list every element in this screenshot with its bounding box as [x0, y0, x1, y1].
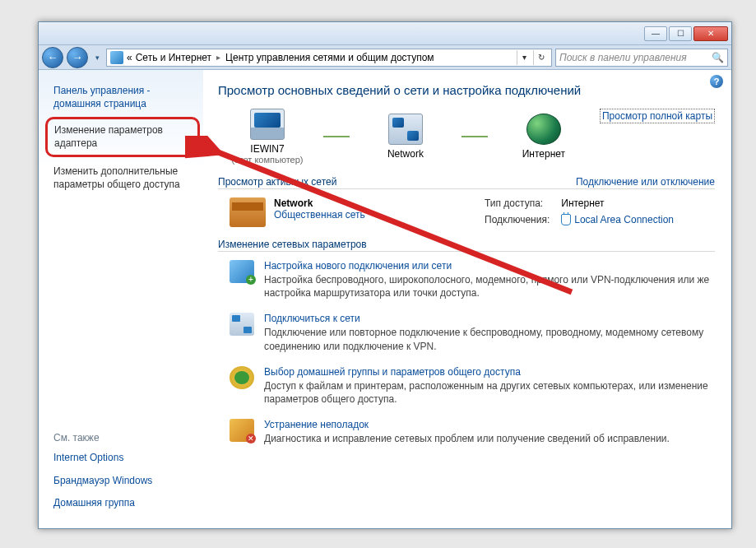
sidebar-item-advanced-sharing[interactable]: Изменить дополнительные параметры общего… [53, 165, 195, 191]
sidebar-item-adapter-settings[interactable]: Изменение параметров адаптера [54, 124, 163, 149]
forward-button[interactable]: → [67, 47, 88, 68]
homegroup-icon [230, 366, 254, 389]
history-dropdown[interactable]: ▾ [91, 50, 103, 65]
help-button[interactable]: ? [710, 75, 723, 88]
window-frame: — ☐ ✕ ← → ▾ « Сеть и Интернет ▸ Центр уп… [38, 21, 732, 529]
breadcrumb-sep: ▸ [216, 53, 220, 62]
map-pc-sub: (этот компьютер) [231, 155, 303, 165]
search-input[interactable]: Поиск в панели управления 🔍 [555, 49, 728, 67]
active-networks-header: Просмотр активных сетей Подключение или … [218, 176, 715, 189]
task-troubleshoot-link[interactable]: Устранение неполадок [264, 419, 670, 430]
section-title: Просмотр активных сетей [218, 176, 336, 188]
task-list: Настройка нового подключения или сети На… [218, 260, 715, 445]
sidebar-item-internet-options[interactable]: Internet Options [53, 452, 195, 465]
search-icon: 🔍 [712, 52, 724, 63]
main-panel: ? Просмотр основных сведений о сети и на… [203, 70, 731, 528]
ethernet-icon [561, 214, 571, 225]
breadcrumb-item[interactable]: Сеть и Интернет [136, 52, 211, 63]
connect-network-icon [230, 313, 254, 336]
forward-icon: → [72, 51, 83, 63]
minimize-icon: — [652, 29, 660, 38]
new-connection-icon [230, 260, 254, 283]
maximize-icon: ☐ [677, 29, 684, 38]
map-pc-name: IEWIN7 [250, 143, 284, 155]
network-identity: Network Общественная сеть [230, 197, 460, 227]
address-dropdown[interactable]: ▾ [517, 50, 531, 65]
location-icon [110, 51, 123, 64]
see-also-header: См. также [53, 432, 195, 444]
map-connector [323, 136, 350, 137]
minimize-button[interactable]: — [644, 26, 667, 41]
task-description: Диагностика и исправление сетевых пробле… [264, 433, 670, 444]
troubleshoot-icon [230, 419, 254, 442]
task-connect-network-link[interactable]: Подключиться к сети [264, 313, 715, 324]
map-node-pc: IEWIN7 (этот компьютер) [218, 109, 317, 165]
search-placeholder: Поиск в панели управления [559, 52, 687, 63]
section-title: Изменение сетевых параметров [218, 239, 367, 250]
map-connector [461, 136, 488, 137]
breadcrumb-prefix: « [127, 52, 132, 63]
navbar: ← → ▾ « Сеть и Интернет ▸ Центр управлен… [39, 45, 731, 70]
refresh-button[interactable]: ↻ [533, 50, 548, 65]
highlight-box: Изменение параметров адаптера [45, 117, 200, 157]
bench-icon [230, 197, 266, 227]
globe-icon [526, 114, 561, 145]
connection-name: Local Area Connection [574, 214, 674, 225]
connections-label: Подключения: [485, 214, 550, 227]
task-item: Устранение неполадок Диагностика и испра… [230, 419, 715, 445]
task-item: Настройка нового подключения или сети На… [230, 260, 715, 300]
breadcrumb-item[interactable]: Центр управления сетями и общим доступом [225, 52, 434, 63]
network-icon [388, 114, 423, 145]
network-name: Network [274, 197, 365, 209]
connect-disconnect-link[interactable]: Подключение или отключение [576, 176, 715, 188]
access-type-value: Интернет [561, 197, 674, 211]
map-internet-label: Интернет [522, 148, 565, 160]
computer-icon [250, 109, 285, 140]
task-description: Подключение или повторное подключение к … [264, 327, 703, 351]
task-setup-connection-link[interactable]: Настройка нового подключения или сети [264, 260, 715, 272]
map-node-network: Network [356, 114, 455, 160]
network-map: IEWIN7 (этот компьютер) Network Интернет… [218, 109, 715, 165]
active-network-row: Network Общественная сеть Тип доступа: И… [218, 197, 715, 227]
address-bar[interactable]: « Сеть и Интернет ▸ Центр управления сет… [106, 49, 552, 67]
back-button[interactable]: ← [42, 47, 63, 68]
chevron-down-icon: ▾ [95, 53, 100, 62]
access-type-label: Тип доступа: [485, 197, 550, 211]
sidebar-item-firewall[interactable]: Брандмауэр Windows [53, 475, 195, 488]
content: Панель управления - домашняя страница Из… [39, 70, 731, 528]
sidebar-item-homegroup[interactable]: Домашняя группа [53, 497, 195, 510]
help-icon: ? [714, 77, 720, 86]
chevron-down-icon: ▾ [522, 53, 526, 62]
task-homegroup-link[interactable]: Выбор домашней группы и параметров общег… [264, 366, 715, 378]
maximize-button[interactable]: ☐ [669, 26, 692, 41]
sidebar-item-home[interactable]: Панель управления - домашняя страница [53, 85, 195, 110]
task-item: Выбор домашней группы и параметров общег… [230, 366, 715, 406]
see-also-section: См. также Internet Options Брандмауэр Wi… [53, 432, 195, 520]
back-icon: ← [48, 51, 58, 63]
close-icon: ✕ [707, 29, 714, 38]
page-title: Просмотр основных сведений о сети и наст… [218, 83, 715, 97]
network-details: Тип доступа: Интернет Подключения: Local… [485, 197, 674, 227]
task-item: Подключиться к сети Подключение или повт… [230, 313, 715, 352]
sidebar: Панель управления - домашняя страница Из… [39, 70, 203, 528]
change-settings-header: Изменение сетевых параметров [218, 239, 715, 252]
map-node-internet: Интернет [494, 114, 593, 160]
connection-link[interactable]: Local Area Connection [561, 214, 674, 227]
network-type-link[interactable]: Общественная сеть [274, 209, 365, 221]
view-full-map-link[interactable]: Просмотр полной карты [600, 109, 715, 123]
task-description: Доступ к файлам и принтерам, расположенн… [264, 380, 708, 405]
refresh-icon: ↻ [538, 53, 545, 62]
map-network-label: Network [387, 148, 424, 160]
close-button[interactable]: ✕ [693, 26, 728, 41]
titlebar: — ☐ ✕ [39, 22, 731, 45]
task-description: Настройка беспроводного, широкополосного… [264, 274, 709, 299]
